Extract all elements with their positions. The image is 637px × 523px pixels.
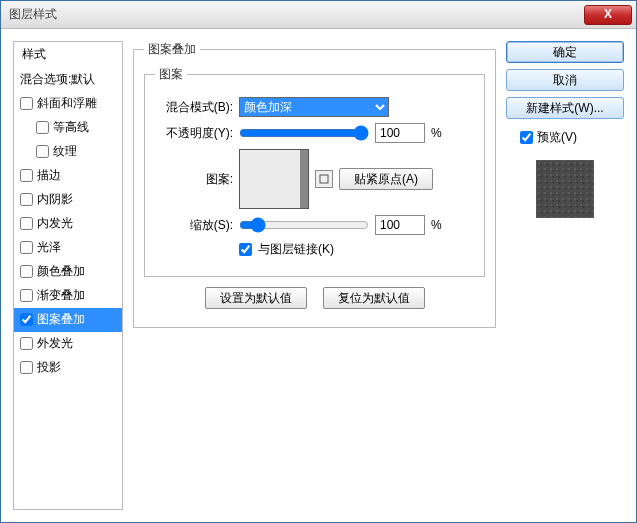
opacity-input[interactable] bbox=[375, 123, 425, 143]
cancel-button[interactable]: 取消 bbox=[506, 69, 624, 91]
new-doc-icon bbox=[319, 174, 329, 184]
style-item-checkbox[interactable] bbox=[20, 265, 33, 278]
make-default-button[interactable]: 设置为默认值 bbox=[205, 287, 307, 309]
style-item-label: 外发光 bbox=[37, 335, 73, 352]
pattern-swatch[interactable] bbox=[239, 149, 309, 209]
style-item-checkbox[interactable] bbox=[20, 337, 33, 350]
style-item-label: 等高线 bbox=[53, 119, 89, 136]
scale-slider[interactable] bbox=[239, 217, 369, 233]
opacity-percent: % bbox=[431, 126, 442, 140]
style-item-checkbox[interactable] bbox=[20, 241, 33, 254]
style-item-checkbox[interactable] bbox=[20, 193, 33, 206]
style-item-checkbox[interactable] bbox=[20, 289, 33, 302]
style-item-checkbox[interactable] bbox=[36, 145, 49, 158]
style-item[interactable]: 斜面和浮雕 bbox=[14, 92, 122, 116]
settings-panel: 图案叠加 图案 混合模式(B): 颜色加深 不透明度(Y): % bbox=[133, 41, 496, 510]
preview-row: 预览(V) bbox=[506, 129, 624, 146]
pattern-row: 图案: 贴紧原点(A) bbox=[155, 149, 474, 209]
style-item[interactable]: 光泽 bbox=[14, 236, 122, 260]
right-buttons: 确定 取消 新建样式(W)... 预览(V) bbox=[506, 41, 624, 510]
opacity-row: 不透明度(Y): % bbox=[155, 123, 474, 143]
link-row: 与图层链接(K) bbox=[155, 241, 474, 258]
style-item-checkbox[interactable] bbox=[20, 361, 33, 374]
snap-origin-button[interactable]: 贴紧原点(A) bbox=[339, 168, 433, 190]
style-item-label: 内阴影 bbox=[37, 191, 73, 208]
style-item[interactable]: 描边 bbox=[14, 164, 122, 188]
style-item-label: 渐变叠加 bbox=[37, 287, 85, 304]
titlebar[interactable]: 图层样式 X bbox=[1, 1, 636, 29]
style-item[interactable]: 图案叠加 bbox=[14, 308, 122, 332]
style-item-label: 投影 bbox=[37, 359, 61, 376]
style-item-label: 斜面和浮雕 bbox=[37, 95, 97, 112]
style-item-checkbox[interactable] bbox=[20, 169, 33, 182]
preview-checkbox[interactable] bbox=[520, 131, 533, 144]
style-item[interactable]: 等高线 bbox=[14, 116, 122, 140]
scale-row: 缩放(S): % bbox=[155, 215, 474, 235]
opacity-slider[interactable] bbox=[239, 125, 369, 141]
style-item-label: 描边 bbox=[37, 167, 61, 184]
ok-button[interactable]: 确定 bbox=[506, 41, 624, 63]
styles-list: 样式 混合选项:默认 斜面和浮雕等高线纹理描边内阴影内发光光泽颜色叠加渐变叠加图… bbox=[13, 41, 123, 510]
close-button[interactable]: X bbox=[584, 5, 632, 25]
style-item-label: 光泽 bbox=[37, 239, 61, 256]
svg-rect-0 bbox=[320, 175, 328, 183]
styles-header[interactable]: 样式 bbox=[14, 42, 122, 68]
blend-mode-label: 混合模式(B): bbox=[155, 99, 233, 116]
style-item[interactable]: 内发光 bbox=[14, 212, 122, 236]
default-buttons-row: 设置为默认值 复位为默认值 bbox=[144, 287, 485, 309]
preview-label: 预览(V) bbox=[537, 129, 577, 146]
style-item-label: 内发光 bbox=[37, 215, 73, 232]
style-item[interactable]: 渐变叠加 bbox=[14, 284, 122, 308]
blend-options-label: 混合选项:默认 bbox=[20, 71, 95, 88]
blend-options-default[interactable]: 混合选项:默认 bbox=[14, 68, 122, 92]
style-item[interactable]: 纹理 bbox=[14, 140, 122, 164]
link-with-layer-checkbox[interactable] bbox=[239, 243, 252, 256]
pattern-overlay-group: 图案叠加 图案 混合模式(B): 颜色加深 不透明度(Y): % bbox=[133, 41, 496, 328]
style-item[interactable]: 外发光 bbox=[14, 332, 122, 356]
style-item[interactable]: 颜色叠加 bbox=[14, 260, 122, 284]
layer-style-dialog: 图层样式 X 样式 混合选项:默认 斜面和浮雕等高线纹理描边内阴影内发光光泽颜色… bbox=[0, 0, 637, 523]
scale-label: 缩放(S): bbox=[155, 217, 233, 234]
scale-input[interactable] bbox=[375, 215, 425, 235]
style-item-label: 颜色叠加 bbox=[37, 263, 85, 280]
blend-mode-row: 混合模式(B): 颜色加深 bbox=[155, 97, 474, 117]
style-item-label: 纹理 bbox=[53, 143, 77, 160]
scale-percent: % bbox=[431, 218, 442, 232]
window-title: 图层样式 bbox=[1, 6, 57, 23]
style-item-checkbox[interactable] bbox=[36, 121, 49, 134]
link-with-layer-label: 与图层链接(K) bbox=[258, 241, 334, 258]
pattern-subgroup: 图案 混合模式(B): 颜色加深 不透明度(Y): % bbox=[144, 66, 485, 277]
pattern-label: 图案: bbox=[155, 171, 233, 188]
style-item-checkbox[interactable] bbox=[20, 97, 33, 110]
style-item-label: 图案叠加 bbox=[37, 311, 85, 328]
create-pattern-button[interactable] bbox=[315, 170, 333, 188]
preview-thumbnail bbox=[536, 160, 594, 218]
reset-default-button[interactable]: 复位为默认值 bbox=[323, 287, 425, 309]
style-item[interactable]: 投影 bbox=[14, 356, 122, 380]
style-item[interactable]: 内阴影 bbox=[14, 188, 122, 212]
style-item-checkbox[interactable] bbox=[20, 313, 33, 326]
group-title: 图案叠加 bbox=[144, 41, 200, 58]
blend-mode-select[interactable]: 颜色加深 bbox=[239, 97, 389, 117]
new-style-button[interactable]: 新建样式(W)... bbox=[506, 97, 624, 119]
content-area: 样式 混合选项:默认 斜面和浮雕等高线纹理描边内阴影内发光光泽颜色叠加渐变叠加图… bbox=[1, 29, 636, 522]
style-item-checkbox[interactable] bbox=[20, 217, 33, 230]
opacity-label: 不透明度(Y): bbox=[155, 125, 233, 142]
pattern-subgroup-title: 图案 bbox=[155, 66, 187, 83]
